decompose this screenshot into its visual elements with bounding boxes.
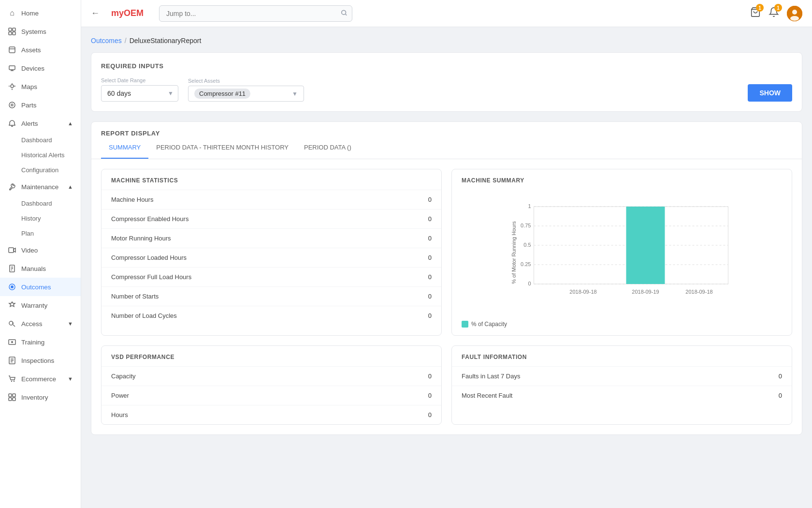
sidebar-item-maps[interactable]: Maps: [0, 77, 81, 96]
parts-icon: [8, 101, 16, 109]
row-label: Compressor Loaded Hours: [111, 254, 187, 261]
required-inputs-title: REQUIRED INPUTS: [101, 62, 792, 70]
sidebar-item-label: Systems: [21, 28, 46, 35]
sidebar-item-warranty[interactable]: Warranty: [0, 296, 81, 314]
sidebar-item-outcomes[interactable]: Outcomes: [0, 278, 81, 296]
row-label: Capacity: [111, 373, 136, 380]
row-value: 0: [428, 293, 432, 300]
assets-group: Select Assets Compressor #11 ▼: [188, 78, 304, 102]
sidebar-item-home[interactable]: ⌂ Home: [0, 4, 81, 22]
legend-box: [462, 321, 468, 328]
svg-rect-19: [9, 394, 12, 397]
manuals-icon: [8, 264, 16, 273]
subnav-configuration[interactable]: Configuration: [0, 163, 81, 178]
table-row: Most Recent Fault 0: [452, 386, 792, 405]
maintenance-icon: [8, 182, 16, 191]
maps-icon: [8, 82, 16, 91]
sidebar-item-manuals[interactable]: Manuals: [0, 259, 81, 278]
sidebar-item-parts[interactable]: Parts: [0, 96, 81, 114]
table-row: Compressor Enabled Hours 0: [102, 209, 441, 228]
row-label: Compressor Full Load Hours: [111, 273, 191, 281]
chart-legend: % of Capacity: [452, 317, 792, 335]
sidebar-item-inspections[interactable]: Inspections: [0, 351, 81, 370]
bell-badge: 1: [774, 4, 782, 12]
row-value: 0: [428, 392, 432, 399]
subnav-history[interactable]: History: [0, 211, 81, 226]
date-range-group: Select Date Range 60 days 7 days 14 days…: [101, 77, 178, 102]
svg-point-7: [9, 102, 15, 108]
subnav-historical-alerts[interactable]: Historical Alerts: [0, 148, 81, 163]
svg-rect-2: [9, 32, 12, 35]
row-label: Hours: [111, 411, 128, 418]
svg-point-12: [11, 285, 14, 288]
back-button[interactable]: ←: [91, 8, 100, 18]
svg-text:0.25: 0.25: [521, 261, 531, 267]
sidebar-item-label: Outcomes: [21, 284, 51, 291]
cart-icon-badge[interactable]: 1: [750, 7, 761, 20]
cart-badge: 1: [756, 4, 764, 12]
machine-summary-title: MACHINE SUMMARY: [452, 169, 792, 190]
inspections-icon: [8, 356, 16, 365]
asset-select-chevron: ▼: [292, 90, 298, 97]
row-label: Number of Load Cycles: [111, 312, 177, 319]
ecommerce-chevron: ▼: [68, 376, 73, 382]
sidebar-item-alerts[interactable]: Alerts ▲: [0, 114, 81, 133]
subnav-maintenance-dashboard[interactable]: Dashboard: [0, 196, 81, 211]
logo-oem: OEM: [124, 8, 144, 18]
access-icon: [8, 319, 16, 328]
main-area: ← myOEM 1: [81, 0, 812, 508]
tab-period-data[interactable]: PERIOD DATA (): [296, 137, 359, 159]
breadcrumb-link[interactable]: Outcomes: [91, 37, 122, 45]
sidebar: ⌂ Home Systems Assets: [0, 0, 81, 508]
sidebar-item-label: Ecommerce: [21, 375, 56, 383]
fault-information-title: FAULT INFORMATION: [452, 346, 792, 366]
sidebar-item-maintenance[interactable]: Maintenance ▲: [0, 178, 81, 196]
sidebar-item-video[interactable]: Video: [0, 241, 81, 259]
alerts-chevron: ▲: [68, 120, 73, 126]
row-label: Machine Hours: [111, 196, 153, 203]
maintenance-chevron: ▲: [68, 184, 73, 190]
bell-icon-badge[interactable]: 1: [768, 7, 779, 20]
search-input[interactable]: [159, 5, 352, 22]
row-label: Motor Running Hours: [111, 235, 171, 242]
table-row: Capacity 0: [102, 366, 441, 386]
tab-summary[interactable]: SUMMARY: [101, 137, 148, 159]
asset-select[interactable]: Compressor #11 ▼: [188, 86, 304, 102]
sidebar-item-label: Warranty: [21, 302, 47, 309]
sidebar-item-label: Video: [21, 247, 38, 254]
sidebar-item-training[interactable]: Training: [0, 333, 81, 351]
systems-icon: [8, 27, 16, 36]
sidebar-item-access[interactable]: Access ▼: [0, 314, 81, 333]
sidebar-item-assets[interactable]: Assets: [0, 41, 81, 59]
table-row: Number of Starts 0: [102, 286, 441, 306]
subnav-alerts-dashboard[interactable]: Dashboard: [0, 133, 81, 148]
sidebar-item-systems[interactable]: Systems: [0, 22, 81, 41]
row-value: 0: [428, 196, 432, 203]
inputs-row: Select Date Range 60 days 7 days 14 days…: [101, 77, 792, 102]
sidebar-item-inventory[interactable]: Inventory: [0, 388, 81, 406]
machine-statistics-card: MACHINE STATISTICS Machine Hours 0 Compr…: [101, 169, 442, 336]
sidebar-item-label: Parts: [21, 102, 37, 109]
chart-area: % of Motor Running Hours 1 0.75 0.5 0.25…: [452, 190, 792, 317]
tab-period-thirteen[interactable]: PERIOD DATA - THIRTEEN MONTH HISTORY: [148, 137, 296, 159]
row-value: 0: [779, 373, 782, 380]
row-value: 0: [428, 411, 432, 418]
breadcrumb-separator: /: [125, 37, 127, 45]
avatar[interactable]: [787, 6, 802, 21]
table-row: Hours 0: [102, 405, 441, 424]
table-row: Power 0: [102, 386, 441, 405]
access-chevron: ▼: [68, 321, 73, 327]
show-button[interactable]: SHOW: [748, 84, 792, 102]
sidebar-item-devices[interactable]: Devices: [0, 59, 81, 77]
video-icon: [8, 246, 16, 254]
svg-text:2018-09-19: 2018-09-19: [632, 289, 659, 295]
breadcrumb-current: DeluxeStationaryReport: [130, 37, 202, 45]
machine-statistics-title: MACHINE STATISTICS: [102, 169, 441, 190]
report-content: MACHINE STATISTICS Machine Hours 0 Compr…: [91, 159, 802, 434]
legend-label: % of Capacity: [471, 321, 507, 328]
svg-point-18: [14, 381, 14, 382]
date-range-select[interactable]: 60 days 7 days 14 days 30 days 90 days: [101, 85, 178, 102]
sidebar-item-ecommerce[interactable]: Ecommerce ▼: [0, 370, 81, 388]
subnav-plan[interactable]: Plan: [0, 226, 81, 241]
sidebar-nav: ⌂ Home Systems Assets: [0, 0, 81, 508]
